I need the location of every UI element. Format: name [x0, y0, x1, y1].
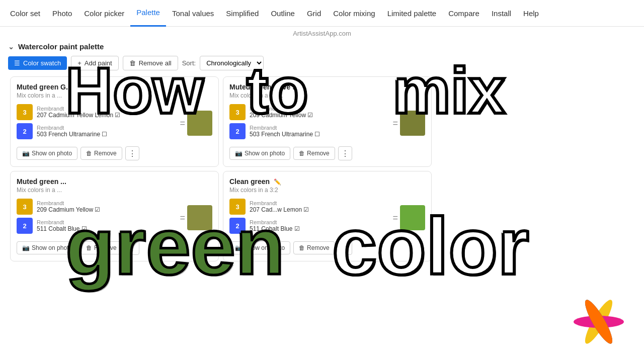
chevron-down-icon[interactable]: ⌄	[8, 43, 14, 51]
show-on-photo-button[interactable]: 📷 Show on photo	[17, 241, 77, 254]
photo-icon: 📷	[235, 244, 243, 251]
palette-card-card3: Muted green ...Mix colors in a ... 3 Rem…	[10, 171, 219, 261]
nav-item-help[interactable]: Help	[517, 0, 545, 27]
remove-all-button[interactable]: 🗑 Remove all	[123, 56, 178, 70]
photo-icon: 📷	[235, 150, 243, 157]
color-name-label: 207 Cad...w Lemon ☑	[250, 206, 390, 213]
result-swatch	[187, 111, 212, 136]
trash-icon: 🗑	[86, 150, 92, 157]
section-header: ⌄ Watercolor paint palette	[0, 39, 644, 54]
ratio-badge: 2	[17, 123, 33, 139]
mix-info: Rembrandt 511 Cobalt Blue ☑	[250, 219, 390, 232]
nav-item-palette[interactable]: Palette	[130, 0, 166, 27]
brand-label: Rembrandt	[37, 219, 178, 225]
nav-item-color-mixing[interactable]: Color mixing	[327, 0, 381, 27]
nav-item-color-picker[interactable]: Color picker	[78, 0, 130, 27]
trash-icon: 🗑	[299, 244, 305, 251]
nav-item-tonal-values[interactable]: Tonal values	[166, 0, 220, 27]
equals-sign: =	[180, 118, 185, 129]
ratio-badge: 2	[17, 218, 33, 234]
more-options-button[interactable]: ⋮	[338, 241, 352, 255]
show-on-photo-button[interactable]: 📷 Show on photo	[229, 241, 290, 254]
card-subtitle: Mix colors in a ...	[17, 92, 212, 99]
remove-button[interactable]: 🗑 Remove	[293, 241, 335, 254]
trash-icon: 🗑	[299, 150, 305, 157]
more-options-button[interactable]: ⋮	[125, 241, 139, 255]
card-actions: 📷 Show on photo 🗑 Remove ⋮	[229, 241, 425, 255]
equals-sign: =	[180, 213, 185, 223]
mix-row: 3 Rembrandt 209 Cadmium Yellow ☑	[17, 199, 178, 215]
ratio-badge: 3	[229, 104, 246, 120]
mix-info: Rembrandt 207 Cadmium Yellow Lemon ☑	[37, 106, 178, 119]
trash-icon: 🗑	[129, 59, 136, 67]
add-paint-button[interactable]: + Add paint	[71, 56, 119, 70]
equals-sign: =	[392, 213, 398, 223]
remove-button[interactable]: 🗑 Remove	[80, 147, 122, 160]
color-swatch-button[interactable]: ☰ Color swatch	[8, 56, 67, 70]
mix-info: Rembrandt 503 French Ultramarine ☐	[250, 125, 390, 138]
sort-label: Sort:	[182, 59, 196, 67]
mix-row: 3 Rembrandt 207 Cad...w Lemon ☑	[229, 199, 390, 215]
nav-item-grid[interactable]: Grid	[301, 0, 327, 27]
nav-item-simplified[interactable]: Simplified	[220, 0, 265, 27]
list-icon: ☰	[14, 59, 20, 67]
mix-row: 2 Rembrandt 503 French Ultramarine ☐	[229, 123, 390, 139]
add-icon: +	[77, 59, 82, 67]
nav-item-install[interactable]: Install	[486, 0, 517, 27]
equals-sign: =	[392, 118, 398, 129]
result-swatch	[400, 111, 425, 136]
nav-item-photo[interactable]: Photo	[46, 0, 78, 27]
section-title: Watercolor paint palette	[18, 42, 104, 51]
mix-info: Rembrandt 511 Cobalt Blue ☑	[37, 219, 178, 232]
palette-card-card1: Muted green G...Mix colors in a ... 3 Re…	[10, 76, 219, 167]
remove-button[interactable]: 🗑 Remove	[293, 147, 335, 160]
toolbar: ☰ Color swatch + Add paint 🗑 Remove all …	[0, 54, 644, 74]
show-on-photo-button[interactable]: 📷 Show on photo	[17, 147, 77, 160]
ratio-badge: 3	[17, 199, 33, 215]
svg-point-1	[574, 316, 624, 328]
remove-button[interactable]: 🗑 Remove	[80, 241, 122, 254]
mix-info: Rembrandt 207 Cad...w Lemon ☑	[250, 200, 390, 213]
result-swatch	[187, 205, 212, 230]
nav-item-compare[interactable]: Compare	[442, 0, 486, 27]
palette-cards-area: Muted green G...Mix colors in a ... 3 Re…	[0, 74, 644, 263]
trash-icon: 🗑	[86, 244, 92, 251]
more-options-button[interactable]: ⋮	[338, 146, 352, 160]
nav-item-limited-palette[interactable]: Limited palette	[381, 0, 443, 27]
brand-label: Rembrandt	[250, 200, 390, 206]
app-subtitle: ArtistAssistApp.com	[0, 27, 644, 39]
color-name-label: 503 French Ultramarine ☐	[37, 131, 178, 138]
nav-item-outline[interactable]: Outline	[265, 0, 301, 27]
card-title: Muted green G...	[17, 83, 212, 91]
show-on-photo-button[interactable]: 📷 Show on photo	[229, 147, 290, 160]
photo-icon: 📷	[22, 150, 30, 157]
color-name-label: 511 Cobalt Blue ☑	[37, 225, 178, 232]
color-name-label: 209 Cadmium Yellow ☑	[250, 112, 390, 119]
color-name-label: 209 Cadmium Yellow ☑	[37, 206, 178, 213]
mix-info: Rembrandt 209 Cadmium Yellow ☑	[250, 106, 390, 119]
ratio-badge: 2	[229, 123, 246, 139]
brand-label: Rembrandt	[37, 125, 178, 131]
mix-info: Rembrandt 209 Cadmium Yellow ☑	[37, 200, 178, 213]
ratio-badge: 2	[229, 218, 246, 234]
mix-info: Rembrandt 503 French Ultramarine ☐	[37, 125, 178, 138]
mix-row: 2 Rembrandt 503 French Ultramarine ☐	[17, 123, 178, 139]
more-options-button[interactable]: ⋮	[125, 146, 139, 160]
card-title: Muted green ...	[17, 177, 212, 186]
sort-select[interactable]: Chronologically	[200, 56, 264, 70]
palette-card-card4: Clean green ✏️Mix colors in a 3:2 3 Remb…	[223, 171, 432, 261]
palette-card-card2: Muted green Olive s...Mix colors in a 3:…	[223, 76, 432, 167]
brand-label: Rembrandt	[250, 106, 390, 112]
nav-bar: Color setPhotoColor pickerPaletteTonal v…	[0, 0, 644, 27]
card-subtitle: Mix colors in a 3:2	[229, 187, 425, 194]
edit-icon[interactable]: ✏️	[274, 178, 281, 186]
color-name-label: 503 French Ultramarine ☐	[250, 131, 390, 138]
card-title: Muted green Olive s...	[229, 83, 425, 91]
brand-label: Rembrandt	[250, 219, 390, 225]
brand-label: Rembrandt	[37, 106, 178, 112]
photo-icon: 📷	[22, 244, 30, 251]
mix-row: 2 Rembrandt 511 Cobalt Blue ☑	[17, 218, 178, 234]
nav-item-color-set[interactable]: Color set	[4, 0, 46, 27]
card-subtitle: Mix colors in a ...	[17, 187, 212, 194]
card-title: Clean green ✏️	[229, 177, 425, 186]
